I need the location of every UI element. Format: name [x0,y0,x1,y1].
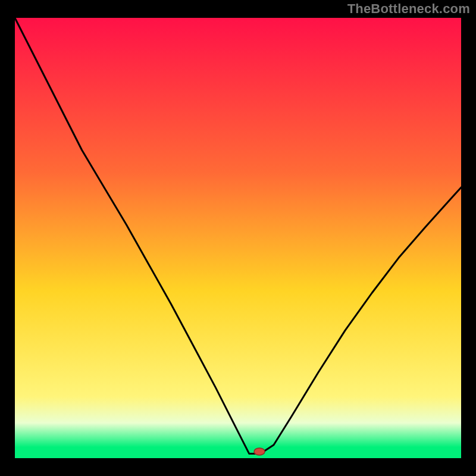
minimum-marker [254,448,265,455]
watermark-text: TheBottleneck.com [347,1,470,17]
chart-stage: TheBottleneck.com [0,0,476,476]
bottleneck-chart [0,0,476,476]
plot-background [15,18,461,458]
